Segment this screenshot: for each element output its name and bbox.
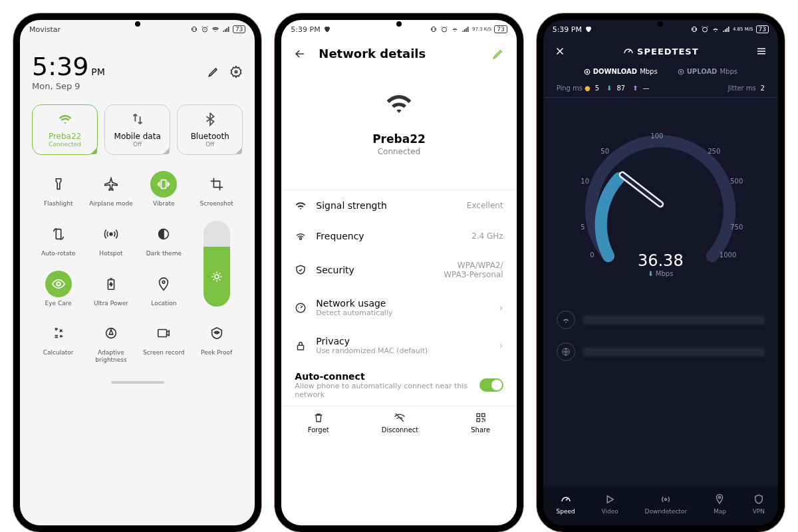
forget-button[interactable]: Forget: [308, 412, 329, 434]
battery-icon: [104, 277, 118, 291]
qr-icon: [475, 412, 487, 424]
calculator-icon: [51, 326, 66, 340]
peekproof-toggle[interactable]: Peek Proof: [190, 316, 243, 368]
wifi-row[interactable]: [557, 304, 765, 336]
airplane-icon: [104, 177, 118, 192]
eyecare-toggle[interactable]: Eye Care: [32, 267, 84, 311]
connection-status: Connected: [281, 147, 516, 156]
bluetooth-icon: [203, 112, 217, 126]
wifi-icon: [561, 315, 571, 325]
download-tab[interactable]: DOWNLOADMbps: [584, 68, 658, 75]
drag-handle[interactable]: [111, 381, 164, 384]
svg-point-2: [235, 70, 237, 72]
shield-icon: [295, 264, 307, 276]
screenshot-toggle[interactable]: Screenshot: [190, 167, 243, 211]
peek-icon: [209, 326, 224, 340]
screenrecord-toggle[interactable]: Screen record: [138, 316, 190, 368]
nav-speed[interactable]: Speed: [557, 493, 575, 515]
wifi-tile[interactable]: Preba22 Connected: [32, 104, 98, 155]
autoconnect-row[interactable]: Auto-connectAllow phone to automatically…: [281, 364, 516, 406]
wifi-icon: [384, 88, 414, 118]
wifi-icon: [451, 25, 459, 33]
calculator-toggle[interactable]: Calculator: [32, 316, 84, 368]
adaptive-icon: [104, 326, 118, 340]
nav-video[interactable]: Video: [602, 493, 618, 515]
gauge-value: 36.38: [638, 251, 684, 270]
flashlight-icon: [51, 177, 66, 192]
flashlight-toggle[interactable]: Flashlight: [32, 167, 84, 211]
svg-rect-18: [298, 345, 304, 350]
autorotate-toggle[interactable]: Auto-rotate: [32, 217, 84, 261]
frequency-icon: [295, 230, 307, 242]
chevron-right-icon: ›: [499, 301, 503, 314]
share-button[interactable]: Share: [471, 412, 490, 434]
brightness-icon: [211, 271, 223, 283]
date-label: Mon, Sep 9: [32, 81, 105, 91]
svg-rect-4: [56, 229, 61, 239]
mobile-data-tile[interactable]: Mobile data Off: [104, 104, 170, 155]
back-arrow-icon[interactable]: [293, 47, 307, 61]
svg-point-15: [442, 27, 447, 32]
signal-icon: [722, 25, 730, 33]
ultrapower-toggle[interactable]: Ultra Power: [84, 267, 137, 311]
screenrecord-icon: [156, 326, 171, 340]
adaptive-brightness-toggle[interactable]: Adaptive brightness: [84, 316, 137, 368]
wifi-off-icon: [394, 412, 406, 424]
signal-icon: [222, 25, 230, 33]
gauge-icon: [560, 493, 572, 505]
location-icon: [156, 277, 171, 291]
chevron-right-icon: ›: [499, 339, 503, 352]
speed-gauge: 0 5 10 50 100 250 500 750 1000 36.38 ⬇ M…: [574, 118, 747, 291]
nav-downdetector[interactable]: Downdetector: [645, 493, 688, 515]
heart-icon: [323, 25, 331, 33]
edit-icon[interactable]: [491, 47, 505, 61]
menu-icon[interactable]: [755, 45, 767, 57]
vibrate-toggle[interactable]: Vibrate: [138, 167, 190, 211]
dark-icon: [156, 227, 171, 241]
security-row: Security WPA/WPA2/ WPA3-Personal: [281, 251, 516, 289]
alarm-icon: [440, 25, 448, 33]
disconnect-button[interactable]: Disconnect: [382, 412, 419, 434]
wifi-icon: [295, 200, 307, 211]
location-toggle[interactable]: Location: [138, 267, 190, 311]
page-title: Network details: [319, 47, 479, 61]
hotspot-toggle[interactable]: Hotspot: [84, 217, 137, 261]
frequency-row: Frequency 2.4 GHz: [281, 221, 516, 251]
nav-map[interactable]: Map: [714, 493, 726, 515]
hotspot-icon: [104, 227, 118, 241]
wifi-icon: [712, 25, 720, 33]
svg-point-5: [110, 233, 112, 235]
upload-icon: [678, 68, 684, 75]
wifi-icon: [58, 112, 72, 126]
upload-tab[interactable]: UPLOADMbps: [678, 68, 737, 75]
ssid-label: Preba22: [281, 132, 516, 146]
settings-icon[interactable]: [229, 65, 243, 78]
heart-icon: [585, 25, 593, 33]
gauge-icon: [622, 45, 634, 57]
usage-row[interactable]: Network usageDetect automatically ›: [281, 289, 516, 327]
autoconnect-toggle[interactable]: [479, 378, 503, 392]
vibrate-icon: [156, 177, 171, 192]
svg-rect-19: [477, 414, 480, 417]
server-row[interactable]: [557, 336, 765, 368]
ping-bar: Ping ms ●5 ⬇87 ⬆— Jitter ms 2: [543, 79, 778, 98]
play-icon: [604, 493, 616, 505]
close-icon[interactable]: [554, 45, 566, 57]
signal-icon: [462, 25, 469, 33]
vibrate-icon: [190, 25, 198, 33]
edit-icon[interactable]: [207, 65, 220, 78]
wifi-icon: [211, 25, 219, 33]
svg-point-7: [215, 275, 219, 279]
svg-point-8: [57, 282, 61, 286]
carrier-label: Movistar: [29, 25, 61, 34]
darktheme-toggle[interactable]: Dark theme: [138, 217, 190, 261]
svg-point-16: [300, 237, 302, 239]
bluetooth-tile[interactable]: Bluetooth Off: [177, 104, 243, 155]
airplane-toggle[interactable]: Airplane mode: [84, 167, 137, 211]
clock: 5:39PM: [32, 52, 105, 81]
brightness-slider[interactable]: [190, 217, 243, 311]
privacy-row[interactable]: PrivacyUse randomized MAC (default) ›: [281, 327, 516, 364]
alarm-icon: [201, 25, 209, 33]
signal-row: Signal strength Excellent: [281, 190, 516, 221]
nav-vpn[interactable]: VPN: [753, 493, 765, 515]
